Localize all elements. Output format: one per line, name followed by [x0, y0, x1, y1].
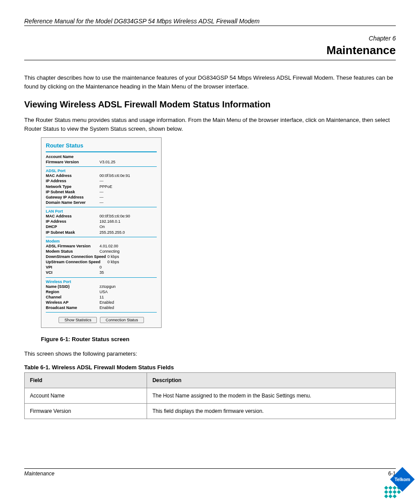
status-row: Channel11 — [46, 294, 157, 300]
status-row: IP Address--- — [46, 178, 157, 184]
intro-paragraph: This chapter describes how to use the ma… — [24, 74, 396, 91]
table-header-row: Field Description — [25, 373, 396, 388]
status-fields-table: Field Description Account Name The Host … — [24, 372, 396, 419]
svg-text:Telkom: Telkom — [394, 477, 410, 482]
value: 00:0f:b5:c6:0e:91 — [99, 173, 157, 178]
label: IP Address — [46, 219, 99, 224]
value: 0 — [99, 265, 157, 270]
status-row: Network TypePPPoE — [46, 184, 157, 189]
table-caption: Table 6-1. Wireless ADSL Firewall Modem … — [24, 364, 396, 371]
value: USA — [99, 289, 157, 294]
status-row: UpStream Connection Speed0 kbps — [46, 259, 157, 265]
label: Channel — [46, 294, 99, 300]
svg-rect-6 — [384, 494, 388, 498]
label: MAC Address — [46, 173, 99, 178]
chapter-label: Chapter 6 — [24, 35, 396, 42]
status-row: RegionUSA — [46, 289, 157, 294]
header-rule — [24, 26, 396, 26]
chapter-title: Maintenance — [24, 44, 396, 57]
document-page: Reference Manual for the Model DG834GSP … — [0, 0, 420, 504]
status-row: Gateway IP Address--- — [46, 195, 157, 200]
label: ADSL Firmware Version — [46, 243, 99, 249]
status-row: IP Address192.168.0.1 — [46, 219, 157, 224]
screenshot-title: Router Status — [46, 142, 157, 149]
value: 35 — [99, 270, 157, 275]
value: --- — [99, 189, 157, 195]
status-row: DHCPOn — [46, 224, 157, 229]
svg-rect-7 — [388, 494, 392, 498]
status-row: Wireless APEnabled — [46, 300, 157, 305]
svg-rect-0 — [384, 486, 388, 490]
value: zztopgun — [99, 284, 157, 289]
adsl-port-heading: ADSL Port — [46, 169, 157, 173]
svg-rect-1 — [388, 486, 392, 490]
label: Firmware Version — [46, 159, 99, 165]
status-row: ADSL Firmware Version4.01.02.00 — [46, 243, 157, 249]
footer-left: Maintenance — [24, 471, 388, 477]
lan-port-heading: LAN Port — [46, 209, 157, 213]
value: V3.01.25 — [99, 159, 157, 165]
status-row: IP Subnet Mask--- — [46, 189, 157, 195]
label: Account Name — [46, 154, 99, 159]
status-row: IP Subnet Mask255.255.255.0 — [46, 230, 157, 235]
label: VPI — [46, 265, 99, 270]
value: 00:0f:b5:c6:0e:90 — [99, 213, 157, 219]
label: DownStream Connection Speed — [46, 254, 107, 259]
status-row: MAC Address00:0f:b5:c6:0e:91 — [46, 173, 157, 178]
cell-field: Account Name — [25, 388, 147, 404]
svg-rect-2 — [393, 486, 397, 490]
th-field: Field — [25, 373, 147, 388]
svg-rect-8 — [393, 494, 397, 498]
value: 11 — [99, 294, 157, 300]
th-description: Description — [147, 373, 396, 388]
svg-rect-11 — [397, 490, 401, 494]
label: MAC Address — [46, 213, 99, 219]
table-row: Account Name The Host Name assigned to t… — [25, 388, 396, 404]
section-rule — [46, 237, 157, 237]
status-row: DownStream Connection Speed0 kbps — [46, 254, 157, 259]
label: Modem Status — [46, 249, 99, 254]
value: Enabled — [99, 305, 157, 310]
modem-heading: Modem — [46, 239, 157, 243]
wireless-port-heading: Wireless Port — [46, 280, 157, 284]
value: --- — [99, 195, 157, 200]
table-row: Firmware Version This field displays the… — [25, 404, 396, 419]
status-row: Modem StatusConnecting — [46, 249, 157, 254]
show-statistics-button[interactable]: Show Statistics — [59, 317, 97, 323]
section-description: The Router Status menu provides status a… — [24, 116, 396, 133]
footer-rule — [24, 468, 396, 469]
value: 0 kbps — [107, 254, 157, 259]
status-row: Domain Name Server--- — [46, 200, 157, 205]
label: IP Subnet Mask — [46, 189, 99, 195]
header-title: Reference Manual for the Model DG834GSP … — [24, 18, 396, 25]
label: Network Type — [46, 184, 99, 189]
status-row: Name (SSID)zztopgun — [46, 284, 157, 289]
telkom-logo-icon: Telkom — [381, 465, 416, 500]
status-row: Firmware VersionV3.01.25 — [46, 159, 157, 165]
page-footer: Maintenance 6-1 — [24, 466, 396, 477]
label: IP Address — [46, 178, 99, 184]
connection-status-button[interactable]: Connection Status — [100, 317, 144, 323]
status-row: VPI0 — [46, 265, 157, 270]
status-row: MAC Address00:0f:b5:c6:0e:90 — [46, 213, 157, 219]
label: Region — [46, 289, 99, 294]
section-rule — [46, 312, 157, 313]
value — [99, 154, 157, 159]
value: --- — [99, 178, 157, 184]
screenshot-rule — [46, 151, 157, 152]
value: PPPoE — [99, 184, 157, 189]
value: Connecting — [99, 249, 157, 254]
label: UpStream Connection Speed — [46, 259, 107, 265]
section-rule — [46, 207, 157, 207]
cell-description: The Host Name assigned to the modem in t… — [147, 388, 396, 404]
cell-field: Firmware Version — [25, 404, 147, 419]
label: Broadcast Name — [46, 305, 99, 310]
value: Enabled — [99, 300, 157, 305]
section-rule — [46, 277, 157, 278]
screenshot-buttons: Show Statistics Connection Status — [46, 317, 157, 323]
label: Domain Name Server — [46, 200, 99, 205]
table-title: Wireless ADSL Firewall Modem Status Fiel… — [52, 364, 174, 371]
label: VCI — [46, 270, 99, 275]
figure-caption: Figure 6-1: Router Status screen — [41, 336, 396, 342]
value: 0 kbps — [107, 259, 157, 265]
